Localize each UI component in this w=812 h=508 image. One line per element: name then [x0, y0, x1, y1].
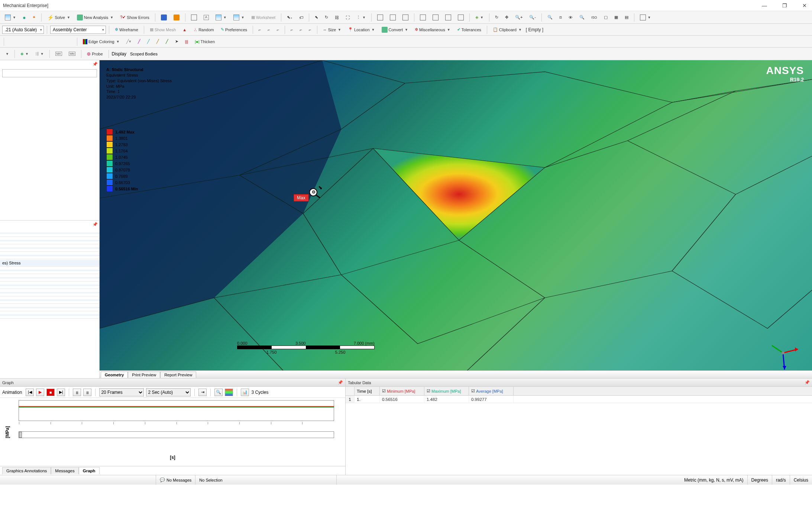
edge-coloring-button[interactable]: Edge Coloring▼	[80, 37, 122, 46]
show-mesh-icon2[interactable]: ▲	[180, 25, 189, 34]
file-icon-button[interactable]: ▼	[2, 13, 19, 22]
filter-button[interactable]: ⇶▼	[33, 49, 46, 58]
edge-g[interactable]: |||	[182, 37, 191, 46]
col-min[interactable]: ☑Minimum [MPa]	[380, 387, 424, 395]
icon-button-2[interactable]	[171, 13, 182, 22]
edge-c[interactable]: ╱	[145, 37, 152, 46]
probe-button[interactable]: ◍Probe	[84, 49, 105, 58]
show-mesh-button[interactable]: ▦Show Mesh	[147, 25, 178, 34]
frames-combo[interactable]: 20 Frames	[99, 388, 144, 396]
location-button[interactable]: 📍Location▼	[345, 25, 378, 34]
max-probe-tag[interactable]: Max	[294, 194, 309, 202]
copy-button-4[interactable]	[455, 13, 466, 22]
scoped-bodies-combo[interactable]: Scoped Bodies	[130, 52, 175, 56]
col-max[interactable]: ☑Maximum [MPa]	[424, 387, 469, 395]
select-button[interactable]: ⬉₊	[284, 13, 295, 22]
status-rads[interactable]: rad/s	[772, 475, 790, 485]
tab-messages[interactable]: Messages	[51, 467, 78, 474]
layout-button[interactable]: ▼	[637, 13, 654, 22]
edge-d[interactable]: ╱	[154, 37, 162, 46]
axis-button-4[interactable]: ⌐	[288, 25, 295, 34]
tab-report-preview[interactable]: Report Preview	[160, 372, 196, 378]
anim-distribute-button[interactable]: ⫼	[73, 389, 81, 396]
anim-distribute2-button[interactable]: ⫼	[83, 389, 91, 396]
tolerances-button[interactable]: ✔Tolerances	[454, 25, 484, 34]
anim-export-button[interactable]: ⇥	[198, 389, 207, 396]
tab-print-preview[interactable]: Print Preview	[128, 372, 160, 378]
new-analysis-button[interactable]: New Analysis▼	[74, 13, 116, 22]
anim-zoom-button[interactable]: 🔍	[214, 389, 223, 396]
nav-button-3[interactable]: ⛓	[332, 13, 342, 22]
pin-icon[interactable]: 📌	[93, 62, 98, 67]
anim-legend-button[interactable]	[225, 389, 233, 396]
tag-button[interactable]: 🏷	[297, 13, 306, 22]
nav-button-2[interactable]: ↻	[322, 13, 331, 22]
pin2-icon[interactable]: 📌	[93, 222, 98, 227]
axis-button-1[interactable]: ⌐	[256, 25, 263, 34]
nav-button-4[interactable]: ⛶	[343, 13, 352, 22]
graphics-viewport[interactable]: A: Static Structural Equivalent Stress T…	[100, 60, 812, 378]
close-button[interactable]: ✕	[800, 3, 809, 9]
view-button-3[interactable]: ▦	[612, 13, 621, 22]
minimize-button[interactable]: —	[760, 3, 769, 9]
cube-view-button[interactable]: ◈▼	[18, 49, 31, 58]
nav-button-1[interactable]: ⬉	[312, 13, 321, 22]
tab-graph[interactable]: Graph	[79, 467, 100, 474]
icon-button-1[interactable]	[158, 13, 169, 22]
worksheet-button[interactable]: ▦Worksheet	[249, 13, 278, 22]
edge-e[interactable]: ╱	[163, 37, 171, 46]
edge-b[interactable]: ╱	[135, 37, 143, 46]
preferences-button[interactable]: ✎Preferences	[218, 25, 250, 34]
outline-filter-input[interactable]	[2, 69, 97, 77]
size-button[interactable]: ↔Size▼	[320, 25, 344, 34]
copy-button-1[interactable]	[417, 13, 428, 22]
status-celsius[interactable]: Celsius	[790, 475, 812, 485]
graph-pin-icon[interactable]: 📌	[338, 380, 343, 385]
pan-button[interactable]: ✥	[502, 13, 511, 22]
clipboard-button[interactable]: 📋Clipboard▼	[490, 25, 524, 34]
scale-combo[interactable]: .21 (Auto Scale)	[2, 26, 44, 34]
tab-geometry[interactable]: Geometry	[101, 372, 128, 378]
expand-button[interactable]: ▼	[2, 49, 12, 58]
status-degrees[interactable]: Degrees	[748, 475, 772, 485]
highlight-button[interactable]: ✦	[30, 13, 38, 22]
orientation-triad[interactable]	[768, 338, 802, 372]
misc-button[interactable]: ✲Miscellaneous▼	[412, 25, 453, 34]
anim-play-button[interactable]: ▶	[36, 389, 44, 396]
time-slider[interactable]	[19, 431, 334, 438]
solve-button[interactable]: ⚡Solve▼	[45, 13, 72, 22]
col-avg[interactable]: ☑Average [MPa]	[469, 387, 514, 395]
copy-button-2[interactable]	[430, 13, 441, 22]
col-time[interactable]: Time [s]	[355, 387, 380, 395]
nav-button-5[interactable]: ⋮▼	[354, 13, 368, 22]
axis-button-3[interactable]: ⌐	[274, 25, 282, 34]
tabular-row[interactable]: 1 1. 0.56516 1.482 0.99277	[346, 396, 812, 403]
view-button-2[interactable]: ▢	[601, 13, 610, 22]
anim-first-button[interactable]: |◀	[26, 389, 34, 396]
min-tag-button[interactable]: MN	[66, 49, 78, 58]
icon-button-3[interactable]	[188, 13, 200, 22]
rotate-button[interactable]: ↻	[492, 13, 501, 22]
zoom-button-4[interactable]: 🔍	[577, 13, 587, 22]
iso-button[interactable]: ◈▼	[473, 13, 486, 22]
axis-button-6[interactable]: ⌐	[306, 25, 314, 34]
zoom-in-button[interactable]: 🔍+	[512, 13, 525, 22]
check-button[interactable]: ●	[20, 13, 28, 22]
icon-button-6[interactable]: ▼	[231, 13, 247, 22]
anim-stop-button[interactable]: ■	[46, 389, 55, 396]
window-button-3[interactable]	[400, 13, 411, 22]
max-tag-button[interactable]: MX	[53, 49, 65, 58]
copy-button-3[interactable]	[443, 13, 454, 22]
window-button-1[interactable]	[375, 13, 386, 22]
zoom-out-button[interactable]: 🔍-	[527, 13, 538, 22]
random-button[interactable]: ⛬Random	[191, 25, 217, 34]
wireframe-button[interactable]: ✲Wireframe	[112, 25, 141, 34]
sec-combo[interactable]: 2 Sec (Auto)	[146, 388, 191, 396]
icon-button-4[interactable]: A	[201, 13, 211, 22]
status-messages[interactable]: 💬No Messages	[156, 475, 195, 485]
anim-last-button[interactable]: ▶|	[57, 389, 65, 396]
zoomfit-button[interactable]: 🔍	[545, 13, 555, 22]
tab-graphics-annotations[interactable]: Graphics Annotations	[2, 467, 51, 474]
anim-chart-button[interactable]: 📊	[241, 389, 249, 396]
lookat-button[interactable]: 👁	[566, 13, 575, 22]
